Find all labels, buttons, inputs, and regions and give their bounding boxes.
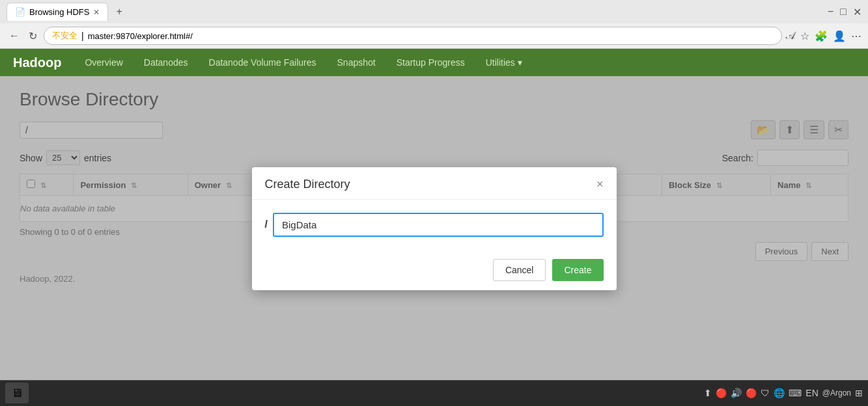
- modal-header: Create Directory ×: [252, 167, 617, 200]
- tab-bar: 📄 Browsing HDFS ✕ +: [7, 3, 828, 21]
- address-input[interactable]: [88, 31, 774, 41]
- separator: |: [81, 31, 84, 41]
- minimize-button[interactable]: −: [828, 6, 833, 18]
- menu-icon[interactable]: ⋯: [851, 30, 861, 42]
- main-content: Browse Directory 📂 ⬆ ☰ ✂ Show 25 50 100 …: [0, 76, 868, 381]
- titlebar-controls: − □ ✕: [828, 6, 861, 18]
- tab-close-button[interactable]: ✕: [93, 8, 100, 17]
- modal-close-button[interactable]: ×: [596, 178, 604, 190]
- browser-addressbar: ← ↻ 不安全 | 𝒜 ☆ 🧩 👤 ⋯: [0, 23, 868, 48]
- cancel-button[interactable]: Cancel: [493, 259, 546, 281]
- modal-footer: Cancel Create: [252, 250, 617, 290]
- close-window-button[interactable]: ✕: [853, 6, 861, 18]
- address-bar[interactable]: 不安全 |: [44, 27, 782, 45]
- browser-titlebar: 📄 Browsing HDFS ✕ + − □ ✕: [0, 0, 868, 23]
- toolbar-icons: 𝒜 ☆ 🧩 👤 ⋯: [786, 30, 861, 42]
- back-button[interactable]: ←: [7, 29, 22, 43]
- nav-overview[interactable]: Overview: [81, 52, 126, 73]
- new-tab-button[interactable]: +: [111, 5, 127, 19]
- modal-input-row: /: [265, 213, 604, 237]
- hadoop-nav: Hadoop Overview Datanodes Datanode Volum…: [0, 49, 868, 76]
- nav-volume-failures[interactable]: Datanode Volume Failures: [205, 52, 320, 73]
- star-icon[interactable]: ☆: [800, 30, 809, 42]
- reader-icon[interactable]: 𝒜: [786, 30, 795, 42]
- modal-slash: /: [265, 219, 268, 230]
- nav-snapshot[interactable]: Snapshot: [333, 52, 380, 73]
- modal-title: Create Directory: [265, 178, 350, 191]
- profile-icon[interactable]: 👤: [833, 30, 846, 42]
- tab-icon: 📄: [15, 7, 25, 17]
- extensions-icon[interactable]: 🧩: [815, 30, 828, 42]
- tab-title: Browsing HDFS: [29, 7, 89, 17]
- modal-overlay: Create Directory × / Cancel Create: [0, 76, 868, 381]
- directory-name-input[interactable]: [273, 213, 604, 237]
- browser-chrome: 📄 Browsing HDFS ✕ + − □ ✕ ← ↻ 不安全 | 𝒜 ☆ …: [0, 0, 868, 49]
- create-directory-modal: Create Directory × / Cancel Create: [252, 167, 617, 290]
- security-warning: 不安全: [52, 30, 77, 42]
- modal-body: /: [252, 200, 617, 250]
- nav-utilities[interactable]: Utilities ▾: [482, 52, 526, 73]
- maximize-button[interactable]: □: [840, 6, 847, 18]
- nav-datanodes[interactable]: Datanodes: [140, 52, 192, 73]
- create-button[interactable]: Create: [552, 259, 603, 281]
- refresh-button[interactable]: ↻: [26, 29, 40, 44]
- hadoop-brand: Hadoop: [13, 55, 61, 70]
- nav-startup-progress[interactable]: Startup Progress: [393, 52, 469, 73]
- active-tab[interactable]: 📄 Browsing HDFS ✕: [7, 3, 108, 21]
